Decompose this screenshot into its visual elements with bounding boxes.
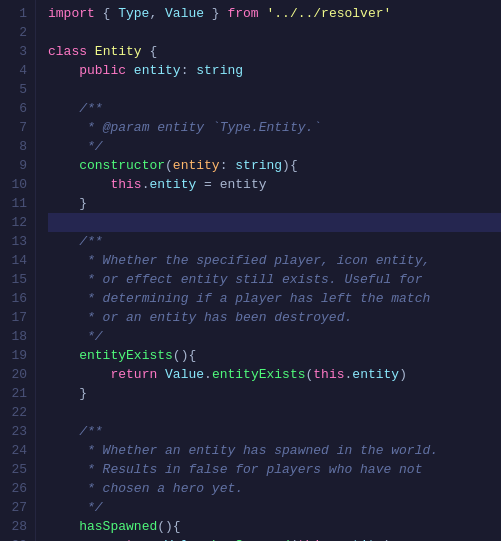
token: * Whether the specified player, icon ent…: [79, 253, 430, 268]
line-number-14: 14: [0, 251, 35, 270]
line-number-24: 24: [0, 441, 35, 460]
token: /**: [79, 101, 102, 116]
code-line-17: * or an entity has been destroyed.: [48, 308, 501, 327]
token: [48, 500, 79, 515]
token: * determining if a player has left the m…: [79, 291, 430, 306]
token: * Whether an entity has spawned in the w…: [79, 443, 438, 458]
token: [48, 291, 79, 306]
token: [48, 367, 110, 382]
line-number-19: 19: [0, 346, 35, 365]
token: public: [79, 63, 126, 78]
token: */: [79, 139, 102, 154]
token: entity: [134, 63, 181, 78]
line-number-21: 21: [0, 384, 35, 403]
code-content: import { Type, Value } from '../../resol…: [36, 0, 501, 541]
code-line-22: [48, 403, 501, 422]
line-number-8: 8: [0, 137, 35, 156]
token: * chosen a hero yet.: [79, 481, 243, 496]
code-line-21: }: [48, 384, 501, 403]
token: [48, 253, 79, 268]
token: entity: [352, 367, 399, 382]
token: [48, 177, 110, 192]
token: [87, 44, 95, 59]
token: entity: [157, 120, 204, 135]
token: import: [48, 6, 95, 21]
token: [48, 158, 79, 173]
code-line-12: [48, 213, 501, 232]
token: [259, 6, 267, 21]
token: hasSpawned: [79, 519, 157, 534]
token: entity: [173, 158, 220, 173]
code-line-1: import { Type, Value } from '../../resol…: [48, 4, 501, 23]
token: [48, 101, 79, 116]
code-line-13: /**: [48, 232, 501, 251]
token: ,: [149, 6, 165, 21]
token: (: [165, 158, 173, 173]
code-line-25: * Results in false for players who have …: [48, 460, 501, 479]
line-number-12: 12: [0, 213, 35, 232]
code-line-24: * Whether an entity has spawned in the w…: [48, 441, 501, 460]
token: .: [204, 367, 212, 382]
code-line-19: entityExists(){: [48, 346, 501, 365]
token: this: [313, 367, 344, 382]
token: Entity: [95, 44, 142, 59]
line-number-15: 15: [0, 270, 35, 289]
token: Value: [165, 6, 204, 21]
token: (){: [157, 519, 180, 534]
line-number-10: 10: [0, 175, 35, 194]
code-line-18: */: [48, 327, 501, 346]
line-number-13: 13: [0, 232, 35, 251]
line-number-27: 27: [0, 498, 35, 517]
line-number-3: 3: [0, 42, 35, 61]
token: [48, 234, 79, 249]
token: [48, 348, 79, 363]
token: *: [79, 120, 102, 135]
line-number-6: 6: [0, 99, 35, 118]
code-line-9: constructor(entity: string){: [48, 156, 501, 175]
code-line-10: this.entity = entity: [48, 175, 501, 194]
token: * Results in false for players who have …: [79, 462, 422, 477]
code-line-5: [48, 80, 501, 99]
token: return: [110, 367, 157, 382]
token: :: [220, 158, 236, 173]
line-number-25: 25: [0, 460, 35, 479]
token: entity: [220, 177, 267, 192]
code-line-3: class Entity {: [48, 42, 501, 61]
token: Type: [118, 6, 149, 21]
token: }: [48, 386, 87, 401]
code-line-14: * Whether the specified player, icon ent…: [48, 251, 501, 270]
token: [48, 424, 79, 439]
code-line-11: }: [48, 194, 501, 213]
token: from: [227, 6, 258, 21]
token: @param: [103, 120, 150, 135]
token: class: [48, 44, 87, 59]
token: [48, 310, 79, 325]
code-line-23: /**: [48, 422, 501, 441]
token: constructor: [79, 158, 165, 173]
line-number-16: 16: [0, 289, 35, 308]
token: [48, 519, 79, 534]
token: [48, 329, 79, 344]
token: =: [196, 177, 219, 192]
token: [48, 272, 79, 287]
code-line-20: return Value.entityExists(this.entity): [48, 365, 501, 384]
code-line-8: */: [48, 137, 501, 156]
line-number-4: 4: [0, 61, 35, 80]
code-line-15: * or effect entity still exists. Useful …: [48, 270, 501, 289]
code-editor: 1234567891011121314151617181920212223242…: [0, 0, 501, 541]
code-line-6: /**: [48, 99, 501, 118]
token: entityExists: [212, 367, 306, 382]
token: (){: [173, 348, 196, 363]
token: [48, 120, 79, 135]
token: ){: [282, 158, 298, 173]
token: [48, 462, 79, 477]
code-line-16: * determining if a player has left the m…: [48, 289, 501, 308]
code-line-28: hasSpawned(){: [48, 517, 501, 536]
token: [157, 367, 165, 382]
token: entity: [149, 177, 196, 192]
line-number-22: 22: [0, 403, 35, 422]
token: * or an entity has been destroyed.: [79, 310, 352, 325]
line-number-5: 5: [0, 80, 35, 99]
token: */: [79, 500, 102, 515]
line-number-28: 28: [0, 517, 35, 536]
